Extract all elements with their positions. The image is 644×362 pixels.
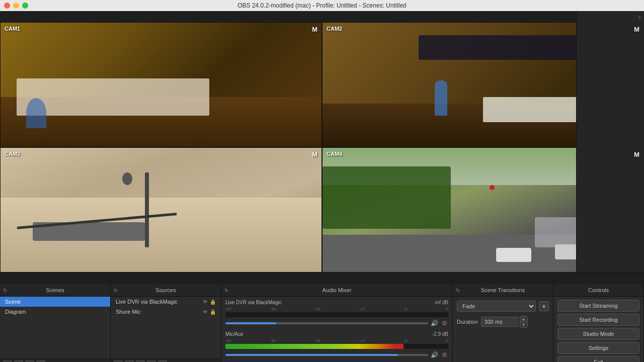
video-grid: CAM1 M CAM2 M [0,22,644,273]
cam3-label: CAM3 [5,151,20,157]
audio-ch2-settings-btn[interactable]: ⚙ [440,351,448,359]
cam4-m-badge: M [634,151,639,158]
scenes-controls: + − ∧ ∨ [0,358,110,362]
audio-ch1-header: Live DVR via BlackMagic -inf dB [225,300,448,305]
audio-title: Audio Mixer [322,287,351,293]
audio-ch2-controls: 🔊 ⚙ [225,351,448,359]
lower-area: ↻ Scenes Scene Diagram + − ∧ ∨ ↻ S [0,284,644,362]
audio-ch2-marks: -inf -30 -20 -10 -5 0 [225,338,448,343]
audio-ch2-meter [225,344,448,349]
audio-panel-header: ↻ Audio Mixer [221,284,452,297]
source-dvr-icons: 👁 🔒 [203,299,216,305]
source-dvr-label: Live DVR via BlackMagic [116,299,178,305]
audio-channel-dvr: Live DVR via BlackMagic -inf dB -inf -30… [225,300,448,327]
audio-ch1-meter [225,312,448,317]
audio-ch2-fill [225,344,404,349]
start-streaming-button[interactable]: Start Streaming [557,300,639,312]
lock-icon2[interactable]: 🔒 [210,309,216,315]
cam1-bg [1,23,321,147]
right-panel-icon: + [637,13,642,22]
transitions-fade-row: Fade + [457,301,549,312]
audio-ch2-db: -2.9 dB [432,331,448,337]
sources-list: Live DVR via BlackMagic 👁 🔒 Shure Mic 👁 … [111,297,221,358]
audio-ch2-name: Mic/Aux [225,331,244,337]
close-button[interactable] [4,3,10,9]
cam3-bg [1,148,321,272]
sources-refresh-icon[interactable]: ↻ [114,288,118,293]
audio-ch2-thumb [225,354,398,356]
audio-ch1-mute-btn[interactable]: 🔊 [430,319,438,327]
duration-row: Duration ▲ ▼ [457,316,549,328]
source-mic-icons: 👁 🔒 [203,309,216,315]
duration-input-group: ▲ ▼ [481,316,528,328]
exit-button[interactable]: Exit [557,356,639,362]
transitions-content: Fade + Duration ▲ ▼ [453,297,553,362]
controls-content: Start Streaming Start Recording Studio M… [553,297,643,362]
scenes-panel: ↻ Scenes Scene Diagram + − ∧ ∨ [0,284,111,362]
transitions-refresh-icon[interactable]: ↻ [456,288,460,293]
transitions-add-btn[interactable]: + [539,301,549,311]
audio-ch1-marks: -inf -30 -20 -10 -5 0 [225,307,448,311]
source-item-mic[interactable]: Shure Mic 👁 🔒 [111,307,221,317]
scenes-list: Scene Diagram [0,297,110,358]
window-title: OBS 24.0.2-modified (mac) - Profile: Unt… [237,2,406,9]
upper-area: CAM1 M CAM2 M [0,11,644,284]
controls-panel-header: Controls [553,284,643,297]
audio-ch2-volume[interactable] [225,354,428,356]
sources-title: Sources [155,287,176,293]
scenes-panel-header: ↻ Scenes [0,284,110,297]
transitions-panel: ↻ Scene Transitions Fade + Duration [453,284,553,362]
source-item-dvr[interactable]: Live DVR via BlackMagic 👁 🔒 [111,297,221,307]
studio-mode-button[interactable]: Studio Mode [557,328,639,340]
traffic-lights [4,3,28,9]
audio-ch1-controls: 🔊 ⚙ [225,319,448,327]
sources-panel: ↻ Sources Live DVR via BlackMagic 👁 🔒 Sh… [111,284,221,362]
audio-ch1-settings-btn[interactable]: ⚙ [440,319,448,327]
audio-ch1-db: -inf dB [434,300,448,305]
scenes-refresh-icon[interactable]: ↻ [3,288,7,293]
scenes-title: Scenes [46,287,64,293]
cam2-m-badge: M [634,26,639,33]
audio-channel-mic: Mic/Aux -2.9 dB -inf -30 -20 -10 -5 0 [225,331,448,359]
audio-ch1-volume[interactable] [225,322,428,324]
start-recording-button[interactable]: Start Recording [557,314,639,326]
eye-icon2[interactable]: 👁 [203,309,208,315]
audio-mixer-panel: ↻ Audio Mixer Live DVR via BlackMagic -i… [221,284,453,362]
fade-select[interactable]: Fade [457,301,536,312]
scene-item-scene[interactable]: Scene [0,297,110,307]
cam3-cell: CAM3 M [0,147,322,273]
duration-label: Duration [457,319,478,325]
cam2-label: CAM2 [327,26,342,32]
audio-ch1-thumb [225,322,276,324]
duration-stepper[interactable]: ▲ ▼ [520,316,528,328]
audio-content: Live DVR via BlackMagic -inf dB -inf -30… [221,297,452,362]
lock-icon[interactable]: 🔒 [210,299,216,305]
settings-button[interactable]: Settings [557,342,639,354]
main-content: CAM1 M CAM2 M [0,11,644,362]
audio-refresh-icon[interactable]: ↻ [224,288,228,293]
audio-ch2-header: Mic/Aux -2.9 dB [225,331,448,337]
duration-input[interactable] [481,317,519,327]
sources-controls: + − ⚙ ∧ ∨ [111,358,221,362]
controls-title: Controls [588,287,609,293]
maximize-button[interactable] [22,3,28,9]
cam4-label: CAM4 [327,151,342,157]
transitions-title: Scene Transitions [481,287,525,293]
eye-icon[interactable]: 👁 [203,299,208,305]
cam1-m-badge: M [312,26,317,33]
titlebar: OBS 24.0.2-modified (mac) - Profile: Unt… [0,0,644,11]
controls-panel: Controls Start Streaming Start Recording… [553,284,644,362]
right-sidebar: + [576,11,644,272]
source-mic-label: Shure Mic [116,309,141,315]
audio-ch1-name: Live DVR via BlackMagic [225,300,282,305]
panels-row: ↻ Scenes Scene Diagram + − ∧ ∨ ↻ S [0,284,644,362]
scene-item-diagram[interactable]: Diagram [0,307,110,317]
cam1-label: CAM1 [5,26,20,32]
sources-panel-header: ↻ Sources [111,284,221,297]
minimize-button[interactable] [13,3,19,9]
cam1-cell: CAM1 M [0,22,322,147]
duration-up-arrow[interactable]: ▲ [520,316,527,322]
duration-down-arrow[interactable]: ▼ [520,322,527,327]
cam3-m-badge: M [312,151,317,158]
audio-ch2-mute-btn[interactable]: 🔊 [430,351,438,359]
